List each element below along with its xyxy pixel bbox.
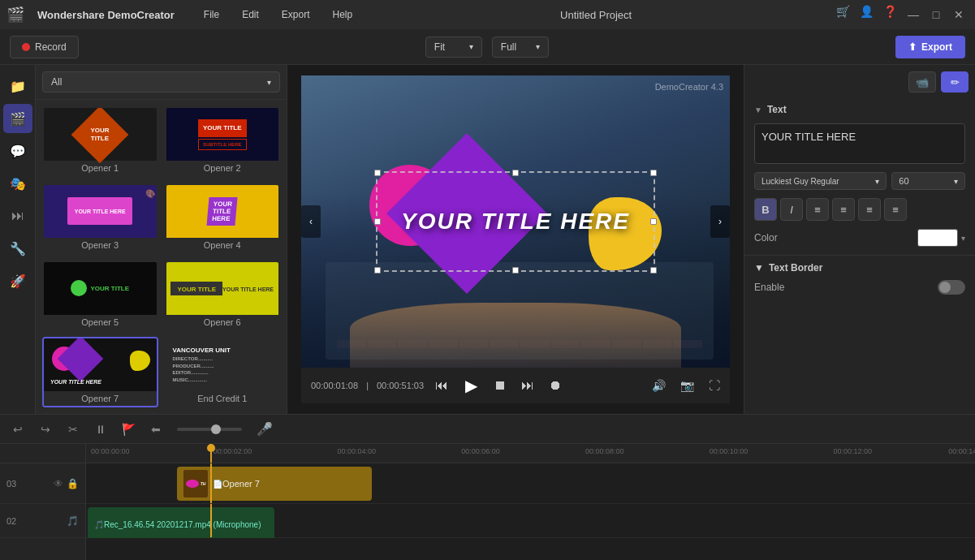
volume-button[interactable]: 🔊 [652,379,666,392]
template-item-opener5[interactable]: YOUR TITLE Opener 5 [42,261,158,331]
cart-icon[interactable]: 🛒 [836,5,850,24]
clip-audio[interactable]: 🎵 Rec_16.46.54 20201217.mp4 (Microphone) [88,507,274,538]
insert-button[interactable]: ⬅ [146,420,166,439]
eye-icon[interactable]: 👁 [54,478,63,489]
maximize-button[interactable]: □ [926,5,946,24]
title-overlay[interactable]: YOUR TITLE HERE [386,181,645,262]
font-size: 60 [899,176,908,186]
font-dropdown-arrow: ▾ [875,177,879,186]
skip-forward-button[interactable]: ⏭ [518,376,537,395]
format-row: B I ≡ ≡ ≡ ≡ [744,195,975,224]
user-icon[interactable]: 👤 [860,5,874,24]
chevron-border: ▼ [754,262,764,274]
redo-button[interactable]: ↪ [36,420,55,439]
mic-icon[interactable]: 🎤 [257,421,273,437]
minimize-button[interactable]: — [904,5,923,24]
export-button[interactable]: ⬆ Export [895,36,965,58]
trim-button[interactable]: ✂ [63,420,83,439]
fullscreen-button[interactable]: ⛶ [709,379,720,392]
help-icon[interactable]: ❓ [883,5,897,24]
audio-icon: 🎵 [94,520,104,529]
music-icon[interactable]: 🎵 [67,515,79,527]
template-item-opener4[interactable]: YOUR TITLE HERE Opener 4 [165,183,281,254]
template-item-opener1[interactable]: YOURTITLE Opener 1 [42,106,158,177]
section-text-label: Text [767,104,787,115]
menu-export[interactable]: Export [275,6,317,24]
fit-dropdown[interactable]: Fit ▾ [425,37,482,58]
color-dropdown-arrow[interactable]: ▾ [961,234,965,243]
track-icons-02: 🎵 [67,515,79,527]
sidebar-item-next[interactable]: ⏭ [3,201,32,230]
clip-opener7[interactable]: TH 📄 Opener 7 [177,467,372,501]
template-item-endcredit1[interactable]: VANCOUVER UNIT DIRECTOR........... PRODU… [165,337,281,407]
undo-button[interactable]: ↩ [8,420,28,439]
sidebar-item-comments[interactable]: 💬 [3,136,32,166]
marker-button[interactable]: 🚩 [119,420,138,439]
tab-edit[interactable]: ✏ [941,71,969,93]
preview-nav-right[interactable]: › [710,205,730,238]
ruler-spacer [0,444,85,463]
filter-dropdown[interactable]: All ▾ [42,71,280,93]
menu-file[interactable]: File [197,6,226,24]
format-align-justify[interactable]: ≡ [884,198,907,221]
format-bold[interactable]: B [754,198,777,221]
skip-back-button[interactable]: ⏮ [432,376,451,395]
templates-panel: All ▾ YOURTITLE Opener 1 YOUR TITLE [36,65,287,414]
loop-button[interactable]: ⏺ [546,376,565,395]
color-swatch[interactable] [917,229,958,247]
full-dropdown-arrow: ▾ [536,42,540,51]
sidebar-item-folder[interactable]: 📁 [3,71,32,101]
play-button[interactable]: ▶ [459,374,482,397]
screenshot-button[interactable]: 📷 [680,379,694,392]
template-item-opener3[interactable]: YOUR TITLE HERE 🎨 Opener 3 [42,183,158,254]
menu-edit[interactable]: Edit [235,6,265,24]
title-bar: 🎬 Wondershare DemoCreator File Edit Expo… [0,0,975,29]
preview-nav-left[interactable]: ‹ [301,205,321,238]
format-italic[interactable]: I [780,198,803,221]
clip-opener-label: Opener 7 [222,479,260,489]
lock-icon[interactable]: 🔒 [67,478,79,489]
template-item-opener6[interactable]: YOUR TITLE YOUR TITLE HERE Opener 6 [165,261,281,331]
font-row: Luckiest Guy Regular ▾ 60 ▾ [744,167,975,195]
template-item-opener7[interactable]: YOUR TITLE HERE Opener 7 [42,337,158,407]
record-label: Record [35,41,67,53]
enable-toggle[interactable] [938,280,965,295]
main-content: 📁 🎬 💬 🎭 ⏭ 🔧 🚀 All ▾ YOURTITLE Opener 1 [0,65,975,414]
ruler-marks: 00:00:00:00 00:00:02:00 00:00:04:00 00:0… [89,444,975,463]
menu-help[interactable]: Help [326,6,360,24]
sidebar-item-effects[interactable]: 🎭 [3,169,32,198]
sidebar-item-templates[interactable]: 🎬 [3,104,32,133]
tab-video[interactable]: 📹 [908,71,936,93]
size-dropdown[interactable]: 60 ▾ [891,172,965,190]
format-align-left[interactable]: ≡ [806,198,829,221]
track-label-02: 02 🎵 [0,504,85,538]
track-num-03: 03 [6,479,16,489]
close-button[interactable]: ✕ [949,5,969,24]
font-dropdown[interactable]: Luckiest Guy Regular ▾ [754,172,887,190]
template-item-opener2[interactable]: YOUR TITLE SUBTITLE HERE Opener 2 [165,106,281,177]
section-text-header[interactable]: ▼ Text [744,99,975,120]
split-button[interactable]: ⏸ [91,420,110,439]
template-label-opener4: Opener 4 [166,238,279,254]
clip-thumb: TH [183,470,208,498]
section-border-header[interactable]: ▼ Text Border [744,255,975,277]
sidebar-item-rocket[interactable]: 🚀 [3,266,32,295]
watermark: DemoCreator 4.3 [655,82,723,92]
stop-button[interactable]: ⏹ [490,376,510,395]
record-button[interactable]: Record [10,36,79,58]
zoom-slider[interactable] [177,428,242,431]
filter-dropdown-arrow: ▾ [267,78,271,87]
color-picker-group[interactable]: ▾ [917,229,965,247]
track-row-03: Start Time: 00:00:00:00 Duration: 00:00:… [86,463,975,504]
text-content-input[interactable]: YOUR TITLE HERE [754,123,965,164]
zoom-thumb[interactable] [211,424,221,434]
full-label: Full [501,41,516,53]
ruler-mark-0: 00:00:00:00 [91,447,130,455]
sidebar-item-tools[interactable]: 🔧 [3,234,32,263]
track-row-02: 🎵 Rec_16.46.54 20201217.mp4 (Microphone) [86,504,975,538]
export-icon: ⬆ [908,41,917,53]
format-align-right[interactable]: ≡ [858,198,881,221]
time-separator: | [366,381,369,390]
format-align-center[interactable]: ≡ [832,198,855,221]
full-dropdown[interactable]: Full ▾ [492,37,549,58]
